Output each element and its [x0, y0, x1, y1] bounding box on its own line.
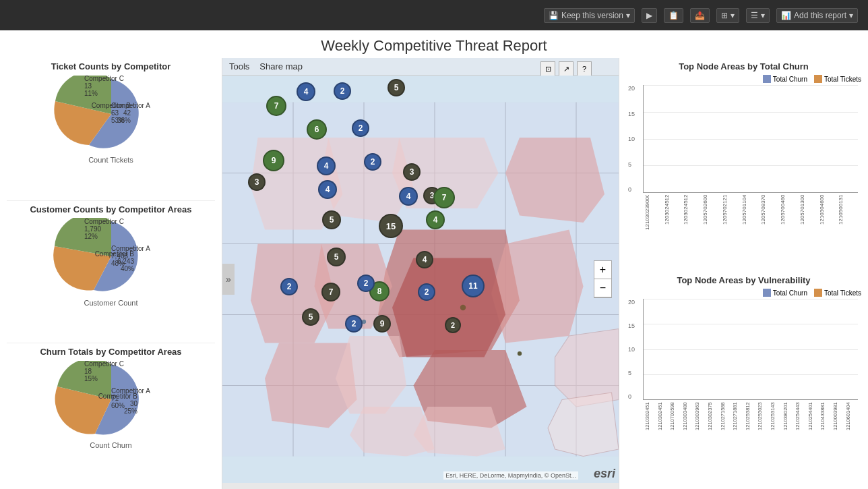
view-icon: ☰ [751, 11, 758, 20]
map-container[interactable]: 7 4 2 5 6 2 9 4 2 3 3 4 4 3 7 5 15 4 4 5 [222, 76, 619, 483]
vuln-x-2: 1210302451 [657, 402, 669, 440]
bubble-4-blue3: 4 [318, 180, 337, 199]
vuln-legend: Total Churn Total Tickets [626, 289, 861, 297]
grid-line-3 [644, 139, 858, 140]
x-label-4: 1205702600 [702, 195, 721, 230]
churn-pie-container: Competitor C1815% Competitor B3025% Comp… [7, 359, 215, 440]
esri-logo: esri [594, 467, 615, 481]
export-btn[interactable]: 📤 [690, 8, 710, 23]
map-icon-1[interactable]: ⊡ [540, 61, 555, 76]
map-area: Tools Share map ⊡ ↗ ? [222, 58, 619, 489]
vuln-x-9: 1210253812 [745, 402, 757, 440]
grid-icon: ⊞ [721, 11, 728, 20]
bubble-4-dark2: 4 [416, 251, 433, 268]
vuln-y-10: 10 [628, 346, 635, 353]
vuln-legend-churn-color [763, 289, 771, 297]
svg-marker-15 [491, 230, 584, 343]
churn-legend: Total Churn Total Tickets [626, 75, 861, 83]
vuln-x-1: 1210302451 [644, 402, 656, 440]
map-zoom-controls: + − [594, 260, 612, 298]
x-label-9: 1205701300 [799, 195, 818, 230]
x-axis-labels-churn: 1210302390002 1203024512 1203024512 1205… [643, 193, 858, 230]
legend-total-churn: Total Churn [763, 75, 807, 83]
share-map-btn[interactable]: Share map [259, 61, 303, 71]
bubble-2-blue: 2 [334, 82, 351, 100]
vuln-x-15: 1210433881 [819, 402, 832, 440]
zoom-out-btn[interactable]: − [594, 279, 611, 297]
vuln-x-13: 1210254443 [795, 402, 807, 440]
x-label-8: 1205700460 [780, 195, 799, 230]
svg-marker-16 [505, 138, 604, 223]
bubble-4-blue4: 4 [399, 187, 418, 206]
export-icon: 📤 [695, 11, 705, 20]
vuln-bar-title: Top Node Areas by Vulnerability [626, 275, 861, 285]
bubble-2-blue7: 2 [345, 315, 363, 333]
top-node-churn-section: Top Node Areas by Total Churn Total Chur… [626, 61, 861, 272]
vuln-x-10: 1210253023 [757, 402, 769, 440]
map-icon-3[interactable]: ? [577, 61, 592, 76]
x-axis-labels-vuln: 1210302451 1210302451 1210700598 1210303… [643, 400, 858, 440]
play-btn[interactable]: ▶ [642, 8, 657, 23]
x-label-10: 1210304600 [819, 195, 838, 230]
tools-btn[interactable]: Tools [229, 61, 249, 71]
page-title: Weekly Competitive Threat Report [0, 30, 868, 58]
zoom-in-btn[interactable]: + [594, 261, 611, 279]
y-label-5: 5 [628, 161, 635, 168]
churn-bar-title: Top Node Areas by Total Churn [626, 61, 861, 71]
settings-btn[interactable]: ⊞ ▾ [716, 8, 739, 23]
bubble-5-dark2: 5 [322, 210, 341, 229]
grid-line-4 [644, 165, 858, 166]
bubble-2-dark2: 2 [445, 317, 461, 333]
right-panel: Top Node Areas by Total Churn Total Chur… [619, 58, 868, 489]
vuln-y-0: 0 [628, 393, 635, 400]
map-attribution: Esri, HERE, DeLorme, MapmyIndia, © OpenS… [443, 471, 578, 480]
y-label-0: 0 [628, 186, 635, 193]
left-panel: Ticket Counts by Competitor Com [0, 58, 222, 489]
add-report-btn[interactable]: 📊 Add this report ▾ [776, 8, 858, 23]
x-label-3: 1203024512 [683, 195, 702, 230]
map-collapse-btn[interactable]: » [222, 264, 235, 295]
save-icon: 💾 [549, 11, 559, 20]
vuln-y-axis: 20 15 10 5 0 [628, 299, 635, 400]
vuln-x-6: 1210302375 [707, 402, 719, 440]
customer-pie-container: Competitor C1,79012% Competitor B6,24340… [7, 217, 215, 297]
legend-tickets-label: Total Tickets [824, 76, 861, 83]
keep-version-btn[interactable]: 💾 Keep this version ▾ [544, 8, 635, 23]
vuln-grid-2 [644, 324, 858, 324]
content-area: Ticket Counts by Competitor Com [0, 58, 868, 489]
map-background [222, 76, 619, 483]
vuln-x-11: 1210253143 [770, 402, 782, 440]
x-label-5: 1205702121 [722, 195, 741, 230]
vuln-legend-tickets-color [814, 289, 822, 297]
map-icon-2[interactable]: ↗ [559, 61, 574, 76]
bubble-3-dark2: 3 [248, 173, 266, 191]
vuln-x-14: 1210254401 [807, 402, 819, 440]
grid-line-1 [644, 85, 858, 86]
x-label-2: 1203024512 [664, 195, 683, 230]
ticket-pie-svg [44, 76, 179, 153]
vuln-x-12: 1210380201 [782, 402, 795, 440]
vuln-y-15: 15 [628, 322, 635, 329]
customer-count-label: Customer Count [7, 299, 215, 307]
view-btn[interactable]: ☰ ▾ [746, 8, 770, 23]
x-label-7: 1205708370 [760, 195, 779, 230]
copy-icon: 📋 [669, 11, 679, 20]
x-label-1: 1210302390002 [644, 195, 663, 230]
bubble-5-dark3: 5 [327, 248, 346, 266]
top-node-vulnerability-section: Top Node Areas by Vulnerability Total Ch… [626, 275, 861, 486]
vuln-x-16: 1210003981 [832, 402, 844, 440]
vuln-legend-tickets: Total Tickets [814, 289, 861, 297]
copy-btn[interactable]: 📋 [664, 8, 683, 23]
map-icons: ⊡ ↗ ? [540, 61, 592, 76]
bubble-2-blue3: 2 [364, 153, 381, 171]
main-content: Weekly Competitive Threat Report Ticket … [0, 30, 868, 489]
x-label-11: 1210500131 [838, 195, 857, 230]
ticket-count-label: Count Tickets [7, 156, 215, 164]
bubble-4-blue: 4 [297, 82, 315, 101]
vuln-x-17: 1210601404 [845, 402, 857, 440]
bubble-2-blue5: 2 [418, 283, 435, 301]
vuln-legend-tickets-label: Total Tickets [824, 289, 861, 297]
bubble-9-dark: 9 [373, 315, 391, 333]
dropdown-arrow: ▾ [626, 11, 630, 20]
bubble-2-blue4: 2 [280, 278, 298, 295]
